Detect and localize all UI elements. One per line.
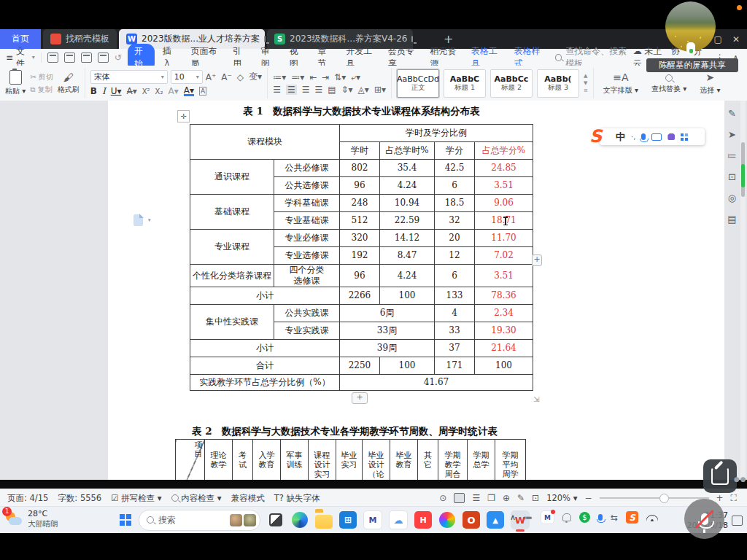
table-cell[interactable]: 35.4: [380, 160, 435, 177]
table-cell[interactable]: 集中性实践课: [190, 305, 274, 340]
fit-page-icon[interactable]: ⊡: [532, 493, 539, 503]
table-cell[interactable]: 171: [435, 357, 475, 375]
annotation-fab-button[interactable]: [703, 459, 737, 493]
table-cell[interactable]: 实践教学环节占总学分比例（%）: [190, 375, 340, 391]
table2-header-cell[interactable]: 学期 教学 周合: [438, 440, 468, 481]
table-cell[interactable]: 21.64: [475, 340, 533, 357]
taskbar-app-office[interactable]: O: [462, 511, 480, 529]
table-cell[interactable]: 100: [380, 357, 435, 375]
table-cell[interactable]: 100: [380, 287, 435, 305]
tray-wallet-icon[interactable]: $: [579, 512, 590, 523]
table-cell[interactable]: 248: [340, 195, 380, 212]
compat-mode-label[interactable]: 兼容模式: [231, 493, 265, 504]
table-cell[interactable]: 133: [435, 287, 475, 305]
fullscreen-icon[interactable]: ⛶: [731, 493, 737, 503]
increase-font-icon[interactable]: A⁺: [206, 72, 217, 82]
tray-bell-icon[interactable]: [562, 513, 571, 521]
table-cell[interactable]: 6: [435, 177, 475, 195]
print-preview-icon[interactable]: [98, 52, 109, 63]
taskbar-app-cloud[interactable]: ☁: [389, 510, 408, 529]
tray-mic-icon[interactable]: [598, 514, 603, 521]
char-border-icon[interactable]: A: [199, 87, 206, 96]
table-cell[interactable]: 6周: [340, 305, 435, 322]
taskbar-search[interactable]: 搜索: [139, 510, 260, 531]
bold-button[interactable]: B: [90, 86, 97, 96]
outline-view-icon[interactable]: ☰: [472, 493, 480, 503]
table-cell[interactable]: 33: [435, 322, 475, 340]
ime-toolbar[interactable]: S 中 ·,: [600, 128, 705, 145]
table-cell[interactable]: 19.30: [475, 322, 533, 340]
style-gallery-arrows[interactable]: ▲▼≡: [584, 73, 588, 93]
ime-mic-icon[interactable]: [641, 133, 646, 140]
table-cell[interactable]: 9.06: [475, 195, 533, 212]
close-button[interactable]: ✕: [732, 34, 740, 44]
notification-center-icon[interactable]: [732, 516, 743, 526]
table-cell[interactable]: 7.02: [475, 247, 533, 265]
table2-header-cell[interactable]: 毕业 设计 （论: [363, 440, 390, 481]
table2-header-cell[interactable]: 课程 设计 实习: [309, 440, 336, 481]
table-cell[interactable]: 合计: [190, 357, 340, 375]
table-move-handle[interactable]: ✛: [177, 110, 190, 122]
text-layout-button[interactable]: ≡A 文字排版 ▾: [599, 71, 643, 96]
table2-header-cell[interactable]: 理论 教学: [205, 440, 233, 481]
align-center-icon[interactable]: ☰: [286, 85, 297, 95]
adjust-sliders-icon[interactable]: ≔: [727, 150, 737, 161]
wifi-icon[interactable]: [646, 513, 658, 521]
select-button[interactable]: ➤ 选择 ▾: [695, 71, 724, 96]
table-cell[interactable]: 小计: [190, 287, 340, 305]
border-grid-icon[interactable]: ⊞▾: [374, 85, 386, 95]
sort-icon[interactable]: ⇅▾: [334, 72, 346, 82]
table-cell[interactable]: 100: [475, 357, 533, 375]
zoom-slider-knob[interactable]: [659, 494, 669, 503]
table-cell[interactable]: 基础课程: [190, 195, 274, 230]
table-cell[interactable]: 学时及学分比例: [340, 125, 533, 142]
table-cell[interactable]: 11.70: [475, 230, 533, 247]
bullets-icon[interactable]: ≔▾: [273, 72, 286, 82]
style-card[interactable]: AaBbCcDd正文: [397, 69, 439, 98]
table-cell[interactable]: 20: [435, 230, 475, 247]
vertical-scrollbar[interactable]: [740, 101, 746, 480]
pinyin-icon[interactable]: 变▾: [249, 71, 262, 83]
italic-button[interactable]: I: [102, 86, 106, 96]
table-cell[interactable]: 专业课程: [190, 230, 274, 265]
copy-button[interactable]: ⧉ 复制: [30, 85, 53, 95]
web-view-icon[interactable]: ⊕: [503, 493, 510, 503]
table-resize-handle[interactable]: ⇲: [533, 395, 539, 403]
superscript-button[interactable]: X²: [142, 88, 150, 96]
table-cell[interactable]: 专业实践课: [274, 322, 340, 340]
taskbar-app-meeting[interactable]: ▲: [487, 511, 504, 529]
table-cell[interactable]: 2266: [340, 287, 380, 305]
table-cell[interactable]: 10.94: [380, 195, 435, 212]
taskbar-app-edge[interactable]: [291, 511, 309, 529]
table-cell[interactable]: 公共必修课: [274, 160, 340, 177]
sogou-logo-icon[interactable]: S: [589, 126, 610, 147]
table-cell[interactable]: 192: [340, 247, 380, 265]
table-cell[interactable]: 33周: [340, 322, 435, 340]
table-cell[interactable]: 24.85: [475, 160, 533, 177]
table-cell[interactable]: 6: [435, 265, 475, 287]
table-cell[interactable]: 32: [435, 212, 475, 230]
taskbar-app-ms-store[interactable]: ⊞: [339, 511, 357, 529]
zoom-in-icon[interactable]: +: [716, 493, 724, 503]
table-cell[interactable]: 2250: [340, 357, 380, 375]
table2-header-cell[interactable]: 毕业 实习: [336, 440, 363, 481]
search-highlight-image[interactable]: [244, 514, 256, 526]
taskbar-app-file-explorer[interactable]: [315, 511, 333, 529]
table-cell[interactable]: 3.51: [475, 265, 533, 287]
table-cell[interactable]: 96: [340, 177, 380, 195]
table-cell[interactable]: 学时: [340, 142, 380, 160]
comment-marker-icon[interactable]: [133, 214, 143, 226]
spell-check-toggle[interactable]: ☑ 拼写检查 ▾: [111, 493, 161, 504]
table-cell[interactable]: 占总学分%: [475, 142, 533, 160]
table-cell[interactable]: 320: [340, 230, 380, 247]
search-highlight-image[interactable]: [230, 514, 242, 526]
distribute-icon[interactable]: ▤: [328, 85, 336, 95]
tray-kvm-icon[interactable]: ⇆: [611, 513, 618, 523]
table-cell[interactable]: 公共选修课: [274, 177, 340, 195]
decrease-font-icon[interactable]: A⁻: [221, 72, 232, 82]
zoom-slider[interactable]: [600, 497, 709, 499]
numbering-icon[interactable]: ≕▾: [291, 72, 304, 82]
table-cell[interactable]: 18.5: [435, 195, 475, 212]
save-icon[interactable]: [47, 52, 58, 63]
fab-dots-icon[interactable]: ●●●: [734, 475, 747, 483]
